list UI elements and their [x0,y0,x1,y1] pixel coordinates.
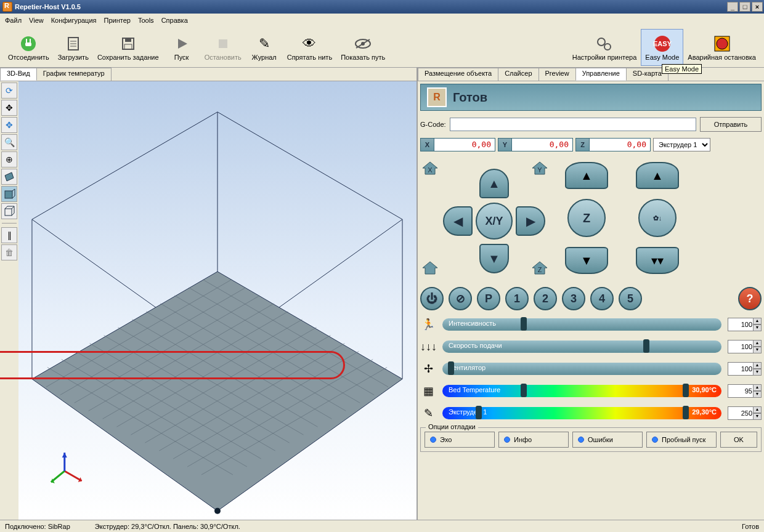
extruder-select[interactable]: Экструдер 1 [653,138,710,151]
tab-preview[interactable]: Preview [538,68,576,81]
title-bar: Repetier-Host V1.0.5 _ □ × [0,0,764,14]
estop-icon [712,34,732,54]
3d-canvas[interactable] [18,81,417,520]
hide-fil-label: Спрятать нить [287,54,332,61]
jog-x-plus-button[interactable]: ▶ [516,206,545,236]
minimize-button[interactable]: _ [727,2,738,12]
extrude-button[interactable]: ▾▾ [636,247,679,274]
macro-2-button[interactable]: 2 [534,287,557,310]
tab-3d-view[interactable]: 3D-Вид [0,68,37,81]
jog-y-minus-button[interactable]: ▼ [479,244,509,273]
disconnect-button[interactable]: Отсоединить [4,29,54,66]
close-button[interactable]: × [752,2,763,12]
macro-3-button[interactable]: 3 [562,287,585,310]
printer-settings-button[interactable]: Настройки принтера [568,29,641,66]
status-icon: R [427,87,447,107]
menu-tools[interactable]: Tools [138,17,154,24]
play-icon [172,34,192,54]
svg-line-24 [12,189,15,191]
bed-icon: ▦ [420,384,436,398]
disconnect-label: Отсоединить [8,54,49,61]
save-job-button[interactable]: Сохранить задание [93,29,163,66]
home-x-button[interactable]: X [420,159,440,177]
tab-object[interactable]: Размещение объекта [418,68,498,81]
debug-info-button[interactable]: Инфо [498,432,569,448]
start-button[interactable]: Пуск [163,29,200,66]
jog-z-plus-button[interactable]: ▲ [565,162,608,189]
jog-z-minus-button[interactable]: ▼ [565,247,608,274]
debug-echo-button[interactable]: Эхо [425,432,495,448]
easy-mode-button[interactable]: EASY Easy Mode [641,29,683,66]
svg-text:EASY: EASY [653,40,672,47]
load-button[interactable]: Загрузить [54,29,93,66]
debug-options-group: Опции отладки Эхо Инфо Ошибки Пробный пу… [420,427,762,452]
parallel-button[interactable]: ∥ [1,227,17,243]
flow-slider[interactable]: Скорость подачи [442,341,721,353]
fit-button[interactable]: ⊕ [1,151,17,167]
extruder-temp-slider[interactable]: Экструдер 129,30°C [442,407,721,419]
power-button[interactable]: ⏻ [420,287,444,310]
persp-iso-button[interactable] [1,203,17,219]
z-pos-value: 0,00 [590,139,650,151]
svg-line-30 [12,213,14,216]
menu-help[interactable]: Справка [161,17,188,24]
flow-icon: ↓↓↓ [420,341,436,353]
start-label: Пуск [174,54,189,61]
pan-view-button[interactable]: ✥ [1,117,17,133]
main-toolbar: Отсоединить Загрузить Сохранить задание … [0,27,764,68]
debug-ok-button[interactable]: OK [720,432,757,448]
debug-dryrun-button[interactable]: Пробный пуск [646,432,717,448]
help-button[interactable]: ? [738,287,762,310]
menu-file[interactable]: Файл [5,17,22,24]
log-button[interactable]: ✎ Журнал [246,29,283,66]
macro-4-button[interactable]: 4 [590,287,614,310]
send-button[interactable]: Отправить [700,117,762,132]
svg-rect-9 [125,38,131,42]
hide-filament-button[interactable]: 👁 Спрятать нить [283,29,336,66]
menu-view[interactable]: View [29,17,44,24]
status-text: Готов [453,91,487,105]
macro-1-button[interactable]: 1 [505,287,529,310]
trash-button[interactable]: 🗑 [1,244,17,260]
fan-icon: ✢ [420,362,436,376]
svg-rect-3 [25,42,31,46]
stop-button[interactable]: Остановить [200,29,246,66]
tab-slicer[interactable]: Слайсер [498,68,538,81]
move-view-button[interactable]: ✥ [1,100,17,116]
svg-line-64 [65,471,82,481]
jog-z-center[interactable]: Z [567,199,606,237]
debug-errors-button[interactable]: Ошибки [572,432,643,448]
menu-config[interactable]: Конфигурация [51,17,97,24]
maximize-button[interactable]: □ [739,2,750,12]
gears-icon [595,34,614,54]
emergency-stop-button[interactable]: Аварийная остановка [683,29,760,66]
park-button[interactable]: P [477,287,500,310]
stop-icon [213,34,233,54]
tab-temp-graph[interactable]: График температур [36,68,112,81]
svg-line-28 [5,206,7,209]
eye-icon: 👁 [299,34,319,54]
reset-view-button[interactable]: ⟳ [1,83,17,99]
file-icon [63,34,83,54]
show-path-button[interactable]: Показать путь [336,29,389,66]
menu-printer[interactable]: Принтер [104,17,131,24]
persp-top-button[interactable] [1,169,17,185]
speed-slider[interactable]: Интенсивность [442,318,721,331]
macro-5-button[interactable]: 5 [619,287,642,310]
jog-x-minus-button[interactable]: ◀ [443,206,473,236]
fan-slider[interactable]: Вентилятор [442,363,721,375]
bed-temp-slider[interactable]: Bed Temperature30,90°C [442,385,721,397]
svg-point-17 [604,44,611,50]
jog-xy-center[interactable]: X/Y [476,203,513,240]
gcode-input[interactable] [450,118,696,131]
svg-line-29 [12,206,14,209]
window-title: Repetier-Host V1.0.5 [15,3,727,10]
persp-front-button[interactable] [1,186,17,202]
extrude-center[interactable]: ✿↓ [638,199,677,237]
home-all-button[interactable] [420,259,440,276]
retract-button[interactable]: ▲ [636,162,679,189]
tab-control[interactable]: Управление [575,68,627,81]
zoom-button[interactable]: 🔍 [1,134,17,150]
motors-off-button[interactable]: ⊘ [449,287,472,310]
jog-y-plus-button[interactable]: ▲ [479,169,509,198]
